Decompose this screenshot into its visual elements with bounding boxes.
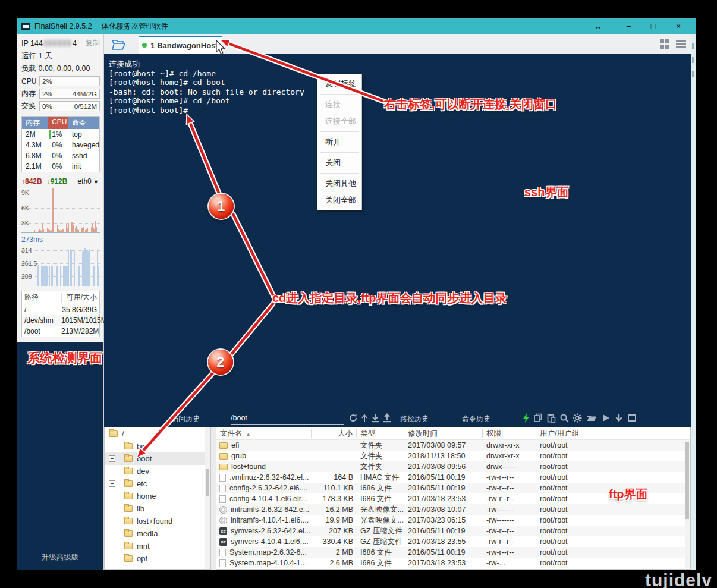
menu-item-关闭其他[interactable]: 关闭其他 [317, 175, 361, 192]
column-header-文件名[interactable]: 文件名▲ [216, 429, 312, 438]
interface-selector[interactable]: eth0 ▼ [77, 177, 99, 185]
file-type: 文件夹 [357, 441, 404, 451]
resize-icon[interactable]: ↔ [591, 21, 605, 31]
annotation-cd-tip: cd进入指定目录,ftp界面会自动同步进入目录 [272, 290, 507, 306]
file-table-scrollbar[interactable] [685, 441, 690, 568]
column-header-权限[interactable]: 权限 [483, 429, 536, 438]
process-cell: 6.8M [22, 150, 48, 161]
tree-item-dev[interactable]: dev [105, 465, 210, 477]
tree-item-boot[interactable]: +boot [105, 452, 210, 465]
file-row-lost+found[interactable]: lost+found文件夹2017/03/08 09:56drwx------r… [216, 461, 690, 472]
copy-icon[interactable] [533, 413, 543, 423]
disk-usage-table: 路径可用/大小/35.8G/39G/dev/shm1015M/1015M/boo… [21, 291, 100, 337]
menu-item-关闭全部[interactable]: 关闭全部 [317, 192, 361, 209]
menu-icon[interactable] [676, 39, 686, 49]
terminal-line: [root@host home]# cd boot [109, 78, 691, 87]
close-button[interactable]: × [666, 21, 691, 31]
window-panel-icon[interactable] [627, 413, 637, 423]
column-header-修改时间[interactable]: 修改时间 [404, 429, 483, 438]
tree-item-home[interactable]: home [105, 490, 210, 502]
menu-item-复制标签[interactable]: 复制标签 [317, 76, 361, 92]
disk-row[interactable]: /35.8G/39G [22, 304, 99, 315]
y-axis-label: 261.5 [21, 260, 37, 267]
copy-ip-link[interactable]: 复制 [86, 38, 100, 48]
path-history-dropdown[interactable]: 路径历史 [400, 414, 455, 426]
disk-header-size: 可用/大小 [61, 293, 97, 303]
tree-item-bin[interactable]: bin [105, 440, 210, 452]
tree-item-lib[interactable]: lib [105, 502, 210, 515]
expand-icon[interactable]: + [109, 480, 115, 487]
tree-item-lost+found[interactable]: lost+found [105, 515, 210, 527]
download-icon[interactable] [370, 413, 380, 423]
process-row[interactable]: 2M1%top [22, 129, 99, 140]
process-header-内存[interactable]: 内存 [22, 117, 48, 129]
run-icon[interactable] [601, 413, 611, 423]
visit-history-dropdown[interactable]: 访问历史 [171, 414, 226, 426]
arrow-down-icon[interactable] [614, 413, 624, 423]
layout-grid-icon[interactable] [660, 39, 670, 49]
expand-icon[interactable]: + [109, 455, 115, 462]
search-icon[interactable] [559, 413, 569, 423]
tree-item-media[interactable]: media [105, 527, 210, 540]
disk-row[interactable]: /boot213M/282M [22, 326, 99, 337]
process-header-CPU[interactable]: CPU [48, 117, 68, 129]
bar [38, 265, 39, 286]
disk-row[interactable]: /dev/shm1015M/1015M [22, 315, 99, 326]
process-header-命令[interactable]: 命令 [68, 117, 99, 129]
parent-directory-icon[interactable] [360, 413, 369, 423]
tab-bandwagonhost[interactable]: 1 BandwagonHost [139, 36, 222, 54]
file-row-initramfs-4.10.4-1.el6....[interactable]: initramfs-4.10.4-1.el6....19.9 MB光盘映像文..… [216, 515, 690, 526]
upload-icon[interactable] [382, 413, 392, 423]
tree-item-etc[interactable]: +etc [105, 477, 210, 490]
file-mtime: 2016/05/11 00:19 [404, 527, 483, 535]
file-row-efi[interactable]: efi文件夹2017/03/08 09:57drwxr-xr-xroot/roo… [216, 440, 690, 451]
command-history-dropdown[interactable]: 命令历史 [462, 414, 515, 426]
column-header-用户/用户组[interactable]: 用户/用户组 [536, 429, 690, 438]
tree-scrollbar[interactable] [205, 427, 210, 569]
collapsed-right-panel[interactable] [691, 34, 696, 570]
file-mtime: 2016/05/11 00:19 [404, 473, 483, 482]
file-size: 19.9 MB [312, 516, 357, 524]
window-title: FinalShell 2.9.5.2 一体化服务器管理软件 [34, 21, 168, 32]
file-row-System.map-4.10.4-1...[interactable]: System.map-4.10.4-1...2.6 MBI686 文件2017/… [216, 558, 690, 568]
menu-item-关闭[interactable]: 关闭 [317, 155, 361, 171]
process-row[interactable]: 6.8M0%sshd [22, 150, 99, 161]
refresh-icon[interactable] [348, 413, 358, 423]
paste-icon[interactable] [546, 413, 556, 423]
file-name: initramfs-2.6.32-642.e... [231, 505, 309, 514]
file-row-System.map-2.6.32-6...[interactable]: System.map-2.6.32-6...2 MBI686 文件2016/05… [216, 547, 690, 558]
open-folder-icon[interactable] [587, 413, 596, 423]
process-row[interactable]: 4.3M0%haveged [22, 140, 99, 150]
path-input[interactable]: /boot [231, 414, 344, 425]
open-connection-button[interactable] [111, 37, 125, 51]
column-header-大小[interactable]: 大小 [312, 429, 357, 438]
file-row-initramfs-2.6.32-642.e...[interactable]: initramfs-2.6.32-642.e...16.2 MB光盘映像文...… [216, 504, 690, 515]
file-row-symvers-2.6.32-642.el...[interactable]: GZsymvers-2.6.32-642.el...207 KBGZ 压缩文件2… [216, 526, 690, 536]
file-row-symvers-4.10.4-1.el6....[interactable]: GZsymvers-4.10.4-1.el6....330.4 KBGZ 压缩文… [216, 536, 690, 547]
annotation-tab-tip: 右击标签,可以断开连接,关闭窗口 [384, 96, 557, 112]
process-row[interactable]: 2.1M0%init [22, 161, 99, 172]
maximize-button[interactable]: □ [641, 21, 666, 31]
tree-item-label: opt [137, 554, 147, 563]
meter-label: 内存 [21, 89, 39, 99]
tree-item-mnt[interactable]: mnt [105, 540, 210, 552]
tree-item-/[interactable]: / [105, 427, 210, 440]
menu-item-断开[interactable]: 断开 [317, 134, 361, 150]
file-row-grub[interactable]: grub文件夹2018/11/13 18:50drwxr-xr-xroot/ro… [216, 451, 690, 461]
meter-detail: 0/512M [74, 103, 97, 110]
file-name: initramfs-4.10.4-1.el6.... [231, 516, 309, 524]
file-name-cell: initramfs-4.10.4-1.el6.... [216, 516, 312, 524]
file-owner: root/root [536, 463, 690, 471]
tree-item-opt[interactable]: opt [105, 552, 210, 565]
menu-separator [320, 152, 359, 153]
column-header-类型[interactable]: 类型 [357, 429, 404, 438]
file-row-.vmlinuz-2.6.32-642.el...[interactable]: .vmlinuz-2.6.32-642.el...164 BHMAC 文件201… [216, 472, 690, 483]
minimize-button[interactable]: − [616, 21, 641, 31]
upgrade-link[interactable]: 升级高级版 [17, 552, 103, 562]
speed-boost-icon[interactable] [521, 413, 531, 423]
file-perm: drwxr-xr-x [483, 452, 536, 460]
file-name: System.map-4.10.4-1... [229, 559, 307, 567]
file-mtime: 2016/05/11 00:19 [404, 484, 483, 492]
ping-latency-chart: 314261.5209 [21, 244, 100, 286]
settings-gear-icon[interactable] [573, 413, 582, 423]
